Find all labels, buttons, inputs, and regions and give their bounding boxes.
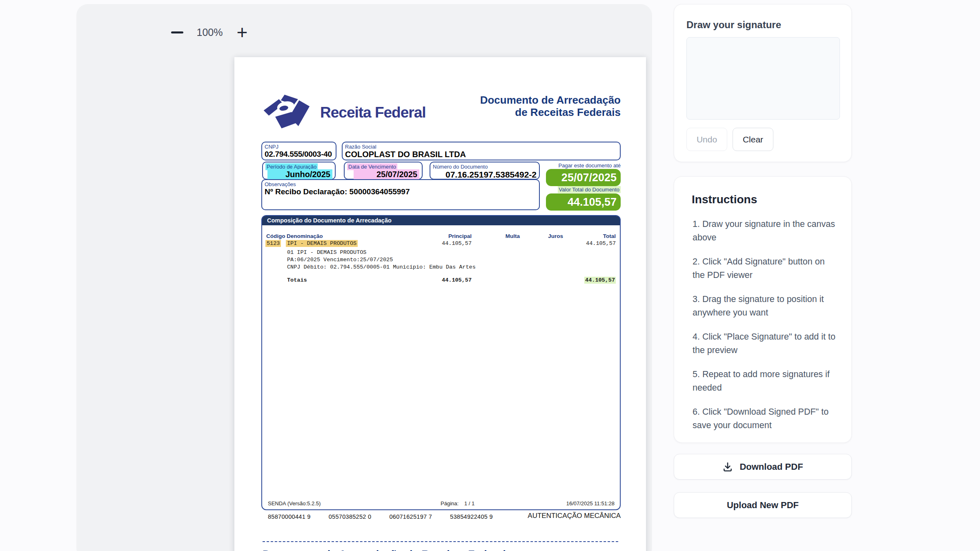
col-denominacao: Denominação xyxy=(287,233,323,239)
entry-denominacao: IPI - DEMAIS PRODUTOS xyxy=(286,240,358,247)
document-title-line2: de Receitas Federais xyxy=(416,106,621,118)
instructions-title: Instructions xyxy=(692,193,757,206)
entry-detail: CNPJ Débito: 02.794.555/0005-01 Municípi… xyxy=(287,264,476,270)
download-pdf-button[interactable]: Download PDF xyxy=(674,454,852,480)
entry-principal: 44.105,57 xyxy=(442,240,472,247)
totals-total: 44.105,57 xyxy=(584,277,616,284)
totals-label: Totais xyxy=(287,277,307,283)
barcode-group: 85870000441 9 xyxy=(268,513,311,520)
field-valor-total-value: 44.105,57 xyxy=(546,193,621,211)
field-razao-social: Razão Social COLOPLAST DO BRASIL LTDA xyxy=(342,142,621,160)
print-timestamp: 16/07/2025 11:51:28 xyxy=(566,500,615,507)
instruction-step: 5. Repeat to add more signatures if need… xyxy=(693,368,835,395)
download-icon xyxy=(722,462,733,472)
pdf-viewer-panel: 100% + Receita Federal xyxy=(76,4,652,551)
logo-text: Receita Federal xyxy=(320,104,426,121)
field-observacoes-label: Observações xyxy=(265,181,537,187)
upload-new-pdf-button[interactable]: Upload New PDF xyxy=(674,492,852,518)
barcode-group: 53854922405 9 xyxy=(450,513,493,520)
download-pdf-label: Download PDF xyxy=(739,462,803,472)
field-valor-total-label: Valor Total do Documento xyxy=(558,186,621,193)
field-cnpj-label: CNPJ xyxy=(265,144,333,150)
minus-icon xyxy=(171,31,183,33)
pdf-page: Receita Federal Documento de Arrecadação… xyxy=(234,57,646,551)
barcode-group: 06071625197 7 xyxy=(389,513,432,520)
receita-federal-logo-icon xyxy=(262,93,314,132)
senda-version: SENDA (Versão:5.2.5) xyxy=(268,500,321,507)
instruction-step: 2. Click "Add Signature" button on the P… xyxy=(693,255,835,282)
instructions-panel: Instructions 1. Draw your signature in t… xyxy=(674,176,852,443)
entry-total: 44.105,57 xyxy=(586,240,616,247)
field-data-vencimento-value: 25/07/2025 xyxy=(354,169,419,179)
instruction-step: 6. Click "Download Signed PDF" to save y… xyxy=(693,405,835,432)
document-title: Documento de Arrecadação de Receitas Fed… xyxy=(416,94,621,118)
field-data-vencimento: Data de Vencimento 25/07/2025 xyxy=(344,162,423,180)
col-principal: Principal xyxy=(448,233,472,239)
field-razao-social-label: Razão Social xyxy=(345,144,617,150)
field-pagar-ate-value: 25/07/2025 xyxy=(546,169,621,186)
instruction-step: 1. Draw your signature in the canvas abo… xyxy=(693,218,835,244)
zoom-out-button[interactable] xyxy=(168,23,186,41)
instructions-steps: 1. Draw your signature in the canvas abo… xyxy=(693,218,835,432)
page-label: Página: xyxy=(441,500,459,507)
field-observacoes-value: Nº Recibo Declaração: 50000364055997 xyxy=(265,187,537,196)
zoom-toolbar: 100% + xyxy=(168,23,251,41)
receita-federal-logo: Receita Federal xyxy=(262,93,426,132)
zoom-in-button[interactable]: + xyxy=(233,23,251,41)
next-page-title: Documento de Arrecadação de Receitas Fed… xyxy=(263,548,512,551)
field-periodo-apuracao: Período de Apuração Junho/2025 xyxy=(262,162,336,180)
col-juros: Juros xyxy=(548,233,563,239)
instruction-step: 3. Drag the signature to position it any… xyxy=(693,293,835,320)
field-periodo-apuracao-value: Junho/2025 xyxy=(267,169,332,179)
undo-button[interactable]: Undo xyxy=(686,128,727,151)
field-numero-documento-value: 07.16.25197.5385492-2 xyxy=(433,170,537,180)
signature-panel: Draw your signature Undo Clear xyxy=(674,4,852,162)
instruction-step: 4. Click "Place Signature" to add it to … xyxy=(693,330,835,357)
plus-icon: + xyxy=(237,24,248,40)
signature-app: 100% + Receita Federal xyxy=(0,0,980,551)
field-observacoes: Observações Nº Recibo Declaração: 500003… xyxy=(261,179,540,210)
field-cnpj: CNPJ 02.794.555/0003-40 xyxy=(261,142,336,160)
cut-line xyxy=(263,541,618,542)
signature-panel-title: Draw your signature xyxy=(686,19,781,31)
page-value: 1 / 1 xyxy=(464,500,474,507)
totals-principal: 44.105,57 xyxy=(442,277,472,283)
zoom-level: 100% xyxy=(186,27,233,38)
signature-canvas[interactable] xyxy=(686,37,840,120)
auth-mecanica-label: AUTENTICAÇÃO MECÂNICA xyxy=(528,512,621,520)
field-pagar-ate-label: Pagar este documento até xyxy=(519,162,621,169)
document-title-line1: Documento de Arrecadação xyxy=(416,94,621,106)
col-total: Total xyxy=(603,233,616,239)
field-razao-social-value: COLOPLAST DO BRASIL LTDA xyxy=(345,150,617,159)
col-multa: Multa xyxy=(506,233,520,239)
entry-detail: 01 IPI - DEMAIS PRODUTOS xyxy=(287,249,366,256)
col-codigo: Código xyxy=(266,233,285,239)
upload-new-pdf-label: Upload New PDF xyxy=(727,500,799,511)
entry-codigo: 5123 xyxy=(265,240,281,247)
composicao-header-bar: Composição do Documento de Arrecadação xyxy=(262,216,620,225)
clear-button[interactable]: Clear xyxy=(733,128,773,151)
entry-detail: PA:06/2025 Vencimento:25/07/2025 xyxy=(287,257,393,263)
barcode-digits: 85870000441 9 05570385252 0 06071625197 … xyxy=(268,513,493,520)
composicao-section: Composição do Documento de Arrecadação C… xyxy=(261,215,621,510)
field-cnpj-value: 02.794.555/0003-40 xyxy=(265,150,333,159)
barcode-group: 05570385252 0 xyxy=(329,513,372,520)
